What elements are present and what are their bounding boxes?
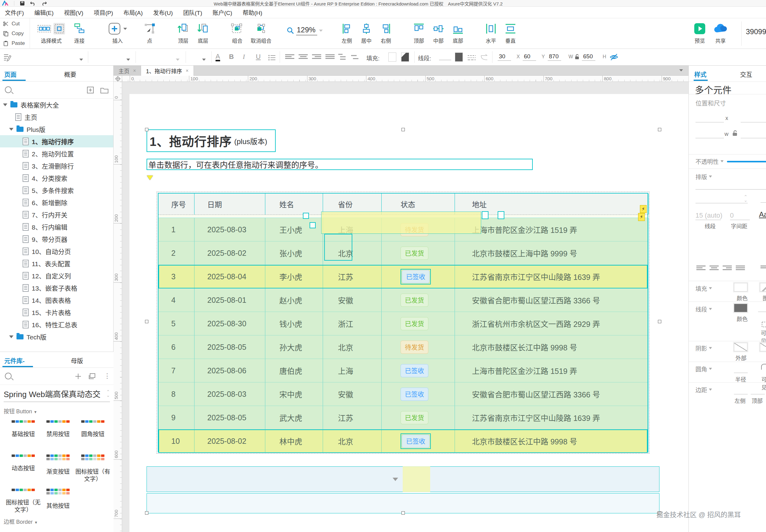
paste-button[interactable]: Paste — [3, 40, 25, 46]
tree-item-16、特性汇总表[interactable]: 16、特性汇总表 — [0, 318, 113, 331]
char-spacing-value[interactable]: 0 — [730, 212, 734, 219]
tab-masters[interactable]: 母版 — [71, 356, 83, 365]
tree-item-2、拖动列位置[interactable]: 2、拖动列位置 — [0, 147, 113, 160]
library-widget-图标按钮（无文字）[interactable]: 图标按钮（无文字） — [5, 489, 42, 514]
underline-button[interactable]: U — [256, 53, 261, 61]
fill-section[interactable]: 填充 — [695, 284, 712, 292]
widget-footer-box[interactable] — [147, 493, 659, 513]
section-border[interactable]: 边框 Border ▼ — [4, 517, 110, 525]
lock-ratio-icon[interactable] — [575, 54, 579, 60]
panel-align-justify-icon[interactable] — [736, 266, 745, 272]
close-tab-icon[interactable]: × — [186, 68, 188, 74]
typography-section[interactable]: 排版 — [695, 172, 712, 181]
library-widget-其他按钮[interactable]: 其他按钮 — [40, 489, 76, 510]
tree-item-表格案例大全[interactable]: 表格案例大全 — [0, 99, 113, 111]
radius-visibility-icon[interactable] — [761, 364, 766, 370]
menu-item[interactable]: 帮助(H) — [243, 8, 262, 16]
radius-input[interactable] — [734, 373, 748, 373]
library-widget-动态按钮[interactable]: 动态按钮 — [5, 454, 42, 472]
font-size-input[interactable] — [695, 203, 748, 203]
library-widget-禁用按钮[interactable]: 禁用按钮 — [40, 420, 76, 438]
undo-icon[interactable] — [30, 1, 36, 6]
selection-handle[interactable] — [145, 128, 148, 131]
save-icon[interactable] — [20, 1, 25, 6]
panel-align-top-icon[interactable] — [761, 266, 766, 272]
table-row-7[interactable]: 72025-08-06唐伯虎上海已签收上海市普陀区金沙江路 1519 弄 — [158, 359, 648, 382]
library-search-icon[interactable] — [5, 373, 12, 379]
library-spinner-icon[interactable]: ⌃⌄ — [106, 390, 110, 397]
widget-style-dropdown[interactable] — [13, 51, 85, 63]
library-widget-图标按钮（有文字）[interactable]: 图标按钮（有文字） — [74, 454, 111, 483]
tree-item-8、行内编辑[interactable]: 8、行内编辑 — [0, 221, 113, 233]
interaction-badge-icon[interactable]: ⚡ — [638, 213, 645, 221]
library-widget-渐变按钮[interactable]: 渐变按钮 — [40, 454, 76, 476]
selection-handle[interactable] — [658, 511, 661, 515]
widget-page-title[interactable]: 1、拖动行排序 (plus版本) — [147, 129, 276, 152]
font-style-dropdown[interactable] — [138, 51, 183, 63]
more-menu-icon[interactable]: ⋮ — [104, 372, 111, 380]
selection-handle[interactable] — [658, 128, 661, 131]
copy-button[interactable]: Copy — [3, 31, 24, 37]
panel-align-right-icon[interactable] — [723, 266, 732, 272]
tree-item-7、行内开关[interactable]: 7、行内开关 — [0, 208, 113, 221]
selection-handle[interactable] — [145, 320, 148, 323]
arrow-style-icon[interactable] — [480, 54, 488, 62]
selection-handle[interactable] — [401, 128, 405, 131]
table-row-8[interactable]: 82025-08-03宋中虎安徽已签收安徽省合肥市蜀山区望江西路 3366 号 — [158, 382, 648, 406]
selection-handle[interactable] — [145, 511, 148, 515]
cut-button[interactable]: Cut — [3, 21, 20, 27]
menu-item[interactable]: 编辑(E) — [34, 8, 53, 16]
h-input[interactable] — [741, 138, 766, 138]
tab-style[interactable]: 样式 — [694, 70, 706, 79]
tab-outline[interactable]: 概要 — [64, 70, 76, 79]
canvas-tab-1、拖动行排序[interactable]: 1、拖动行排序× — [141, 66, 194, 76]
connect-tool[interactable]: 连接 — [61, 22, 98, 44]
library-select[interactable]: Spring Web端高保真动态交 ⌃⌄ — [4, 388, 110, 402]
tree-item-12、自定义列[interactable]: 12、自定义列 — [0, 270, 113, 282]
table-row-3[interactable]: 32025-08-04李小虎江苏已签收江苏省南京市江宁区中山陵路 1639 弄 — [158, 265, 648, 288]
w-input[interactable] — [695, 138, 724, 138]
table-row-6[interactable]: 62025-08-05孙大虎北京待发货北京市鼓楼区长江中路 9998 号 — [158, 335, 648, 359]
shadow-outer-swatch[interactable] — [734, 343, 747, 351]
opacity-section[interactable]: 不透明性 — [695, 157, 724, 165]
align-bottom-tool[interactable]: 底部 — [440, 22, 476, 44]
tree-item-14、图表表格[interactable]: 14、图表表格 — [0, 294, 113, 306]
ungroup-tool[interactable]: 取消组合 — [243, 22, 279, 44]
paragraph-space-icon[interactable] — [350, 53, 360, 62]
tree-item-1、拖动行排序[interactable]: 1、拖动行排序 — [0, 135, 113, 147]
tree-item-15、卡片表格[interactable]: 15、卡片表格 — [0, 306, 113, 318]
table-row-9[interactable]: 92025-08-05武大虎江苏已发货江苏省南京市江宁区中山陵路 1639 弄 — [158, 406, 648, 429]
widget-description[interactable]: 单击数据行，可在表内任意拖动行来调整的序号。 — [147, 159, 533, 170]
stroke-section[interactable]: 线段 — [695, 305, 712, 313]
w-field[interactable]: 870 — [548, 53, 561, 61]
tab-list-caret[interactable] — [679, 69, 683, 71]
expand-arrow-icon[interactable] — [3, 103, 7, 106]
text-align-justify-icon[interactable] — [325, 54, 335, 61]
tree-item-Plus版[interactable]: Plus版 — [0, 123, 113, 135]
table-row-5[interactable]: 52025-08-30钱小虎浙江已发货浙江省杭州市余杭区文一西路 2929 弄 — [158, 312, 648, 335]
font-size-dropdown[interactable] — [188, 51, 209, 63]
shadow-inner-swatch[interactable] — [760, 343, 766, 351]
tree-item-Tech版[interactable]: Tech版 — [0, 331, 113, 343]
stroke-color-swatch[interactable] — [734, 304, 747, 312]
cell-selection-box[interactable] — [324, 234, 352, 261]
tree-item-3、左滑删除行[interactable]: 3、左滑删除行 — [0, 160, 113, 172]
expand-arrow-icon[interactable] — [9, 335, 13, 338]
y-input[interactable] — [741, 122, 766, 122]
mini-selection-handle[interactable] — [303, 213, 309, 219]
tree-item-11、表头配置[interactable]: 11、表头配置 — [0, 257, 113, 270]
stroke-width-input[interactable] — [758, 312, 766, 312]
menu-item[interactable]: 文件(F) — [5, 8, 24, 16]
canvas-tab-主页[interactable]: 主页× — [114, 66, 141, 76]
tab-pages[interactable]: 页面 — [4, 70, 16, 79]
line-color-swatch[interactable] — [455, 52, 463, 62]
mini-selection-handle[interactable] — [482, 211, 488, 219]
menu-item[interactable]: 账户(C) — [212, 8, 232, 16]
tree-item-13、嵌套子表格[interactable]: 13、嵌套子表格 — [0, 282, 113, 294]
tree-item-主页[interactable]: 主页 — [0, 111, 113, 123]
fill-image-swatch[interactable] — [760, 283, 766, 291]
align-right-tool[interactable]: 右侧 — [368, 22, 404, 44]
search-icon[interactable] — [5, 86, 12, 93]
margin-top-input[interactable] — [751, 394, 765, 394]
margin-left-input[interactable] — [734, 394, 748, 394]
